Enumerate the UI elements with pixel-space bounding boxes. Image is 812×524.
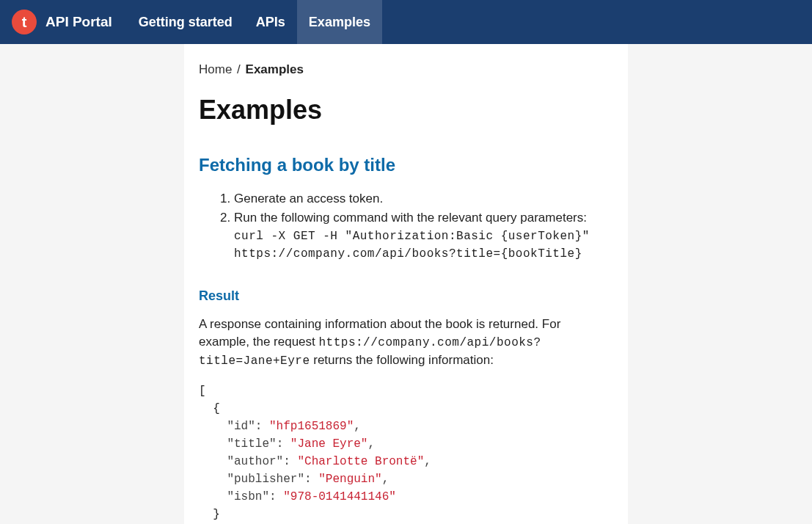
step-text: Run the following command with the relev…	[234, 211, 587, 225]
result-description: A response containing information about …	[199, 316, 613, 369]
step-item: Run the following command with the relev…	[234, 209, 613, 263]
breadcrumb: Home / Examples	[199, 62, 613, 77]
logo-text: API Portal	[45, 14, 112, 30]
inline-code: curl -X GET -H "Authorization:Basic {use…	[234, 230, 590, 261]
step-item: Generate an access token.	[234, 190, 613, 208]
result-heading: Result	[199, 288, 613, 304]
main-content: Home / Examples Examples Fetching a book…	[184, 44, 628, 524]
json-value: "Jane Eyre"	[290, 437, 368, 451]
section-heading: Fetching a book by title	[199, 155, 613, 175]
nav-examples[interactable]: Examples	[297, 0, 382, 44]
top-navbar: t API Portal Getting started APIs Exampl…	[0, 0, 812, 44]
json-key: "isbn"	[227, 490, 269, 503]
page-title: Examples	[199, 95, 613, 125]
json-value: "Charlotte Brontë"	[297, 455, 424, 468]
json-value: "978-0141441146"	[283, 490, 396, 503]
json-key: "id"	[227, 420, 255, 433]
logo[interactable]: t API Portal	[12, 10, 112, 34]
json-response-block: [ { "id": "hfp1651869", "title": "Jane E…	[199, 382, 613, 524]
steps-list: Generate an access token. Run the follow…	[199, 190, 613, 262]
json-key: "publisher"	[227, 473, 304, 486]
json-key: "author"	[227, 455, 283, 468]
json-value: "Penguin"	[318, 473, 381, 486]
logo-icon: t	[12, 10, 37, 34]
json-value: "hfp1651869"	[269, 420, 354, 433]
json-key: "title"	[227, 437, 276, 451]
breadcrumb-separator: /	[237, 62, 241, 76]
nav-apis[interactable]: APIs	[244, 0, 297, 44]
nav-getting-started[interactable]: Getting started	[127, 0, 244, 44]
breadcrumb-current: Examples	[246, 62, 304, 76]
result-text-suffix: returns the following information:	[310, 353, 494, 367]
breadcrumb-home-link[interactable]: Home	[199, 62, 232, 76]
